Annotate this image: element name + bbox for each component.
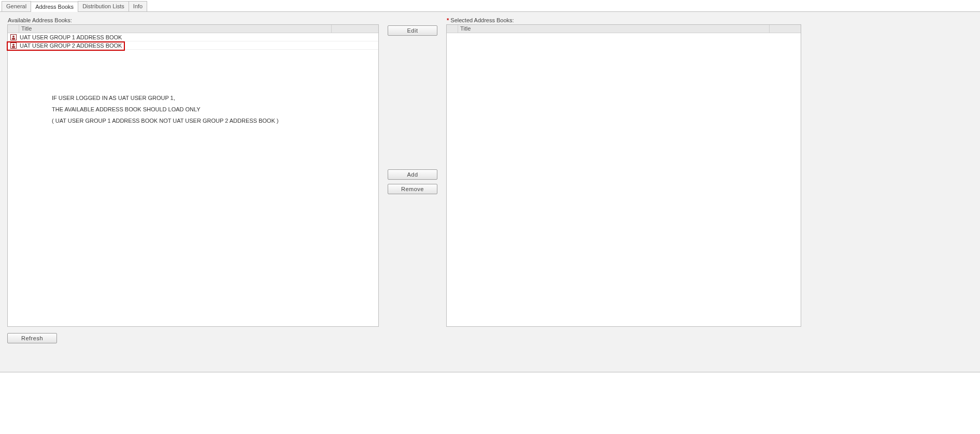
available-header-icon-col (8, 25, 19, 33)
available-list-header: Title (8, 25, 378, 33)
selected-section: * Selected Address Books: Title (446, 17, 801, 327)
edit-button[interactable]: Edit (388, 25, 437, 36)
annotation-line: ( UAT USER GROUP 1 ADDRESS BOOK NOT UAT … (52, 115, 278, 126)
svg-rect-5 (12, 46, 15, 48)
svg-rect-2 (12, 38, 15, 40)
selected-header-spacer (770, 25, 801, 33)
svg-point-4 (12, 44, 15, 46)
tab-general[interactable]: General (2, 1, 31, 11)
annotation-text: IF USER LOGGED IN AS UAT USER GROUP 1, T… (52, 92, 278, 126)
address-book-icon (8, 42, 19, 49)
address-books-panel: Available Address Books: Title (0, 12, 980, 372)
tab-strip: General Address Books Distribution Lists… (0, 0, 980, 12)
selected-header-title-col[interactable]: Title (458, 25, 770, 33)
available-section: Available Address Books: Title (7, 17, 379, 327)
list-item-title: UAT USER GROUP 1 ADDRESS BOOK (19, 34, 378, 40)
selected-list-header: Title (447, 25, 801, 33)
selected-label-text: Selected Address Books: (450, 17, 514, 23)
available-header-spacer (332, 25, 378, 33)
refresh-row: Refresh (7, 333, 973, 343)
tab-address-books[interactable]: Address Books (31, 2, 78, 12)
tab-distribution-lists[interactable]: Distribution Lists (78, 1, 129, 11)
refresh-button[interactable]: Refresh (7, 333, 57, 343)
list-item[interactable]: UAT USER GROUP 1 ADDRESS BOOK (8, 33, 378, 41)
selected-list[interactable]: Title (446, 24, 801, 327)
remove-button[interactable]: Remove (388, 184, 437, 194)
add-button[interactable]: Add (388, 169, 437, 180)
required-star-icon: * (447, 17, 449, 23)
annotation-line: THE AVAILABLE ADDRESS BOOK SHOULD LOAD O… (52, 104, 278, 115)
center-controls: Edit Add Remove (379, 25, 446, 328)
svg-point-1 (12, 35, 15, 37)
available-header-title-col[interactable]: Title (19, 25, 332, 33)
list-item[interactable]: UAT USER GROUP 2 ADDRESS BOOK (8, 41, 378, 50)
available-list[interactable]: Title UAT USER GROUP 1 ADDRESS (7, 24, 379, 327)
tab-info[interactable]: Info (129, 1, 147, 11)
annotation-line: IF USER LOGGED IN AS UAT USER GROUP 1, (52, 92, 278, 104)
address-book-icon (8, 34, 19, 40)
available-label: Available Address Books: (7, 17, 379, 24)
list-item-title: UAT USER GROUP 2 ADDRESS BOOK (19, 42, 378, 49)
selected-label: * Selected Address Books: (446, 17, 801, 24)
selected-header-icon-col (447, 25, 458, 33)
